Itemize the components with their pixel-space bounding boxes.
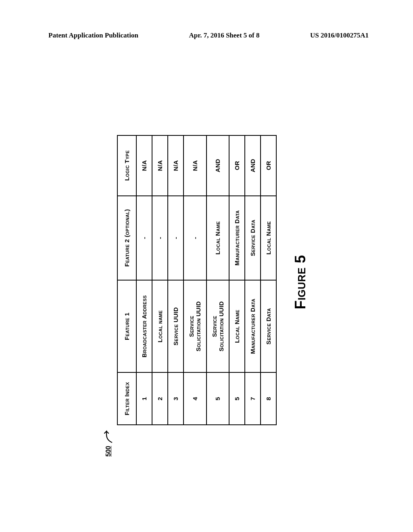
table-row: 4 Service Solicitation UUID - N/A (184, 135, 206, 425)
cell-index: 5 (229, 372, 245, 425)
table-row: 5 Service Solicitation UUID Local Name A… (206, 135, 229, 425)
reference-callout: 500 (104, 107, 113, 457)
table-row: 1 Broadcaster Address - N/A (136, 135, 152, 425)
cell-feature1: Local Name (229, 280, 245, 372)
cell-feature1: Service UUID (168, 280, 184, 372)
table-row: 8 Service Data Local Name OR (261, 135, 276, 425)
cell-index: 3 (168, 372, 184, 425)
reference-arrow-icon (104, 430, 113, 443)
cell-logic: AND (206, 135, 229, 196)
col-logic-type: Logic Type (117, 135, 136, 196)
cell-index: 5 (206, 372, 229, 425)
cell-logic: N/A (184, 135, 206, 196)
reference-number: 500 (105, 446, 112, 457)
table-row: 5 Local Name Manufacturer Data OR (229, 135, 245, 425)
cell-logic: N/A (152, 135, 168, 196)
cell-feature2: - (184, 196, 206, 280)
header-left-text: Patent Application Publication (48, 31, 138, 39)
cell-feature2: Local Name (261, 196, 276, 280)
table-row: 2 Local name - N/A (152, 135, 168, 425)
cell-feature1: Service Solicitation UUID (184, 280, 206, 372)
header-center-text: Apr. 7, 2016 Sheet 5 of 8 (189, 31, 259, 39)
header-right-text: US 2016/0100275A1 (310, 31, 369, 39)
cell-feature1: Broadcaster Address (136, 280, 152, 372)
cell-feature2: - (152, 196, 168, 280)
cell-feature2: Service Data (245, 196, 261, 280)
cell-feature1-line1: Service (188, 284, 195, 369)
cell-feature1: Service Data (261, 280, 276, 372)
cell-feature2: Local Name (206, 196, 229, 280)
cell-logic: N/A (168, 135, 184, 196)
cell-feature2: - (168, 196, 184, 280)
col-feature-1: Feature 1 (117, 280, 136, 372)
cell-feature2: - (136, 196, 152, 280)
cell-logic: AND (245, 135, 261, 196)
col-feature-2: Feature 2 (optional) (117, 196, 136, 280)
cell-logic: OR (261, 135, 276, 196)
cell-index: 2 (152, 372, 168, 425)
table-row: 3 Service UUID - N/A (168, 135, 184, 425)
filter-table: Filter Index Feature 1 Feature 2 (option… (117, 135, 277, 425)
table-row: 7 Manufacturer Data Service Data AND (245, 135, 261, 425)
cell-feature1-line2: Solicitation UUID (218, 284, 225, 369)
rotated-figure-container: 500 Filter Index Feature 1 Feature (104, 107, 309, 457)
cell-feature1-line2: Solicitation UUID (195, 284, 202, 369)
cell-logic: OR (229, 135, 245, 196)
cell-index: 4 (184, 372, 206, 425)
cell-feature1-line1: Service (211, 284, 218, 369)
cell-feature1: Manufacturer Data (245, 280, 261, 372)
cell-feature2: Manufacturer Data (229, 196, 245, 280)
cell-index: 7 (245, 372, 261, 425)
cell-feature1: Local name (152, 280, 168, 372)
table-header-row: Filter Index Feature 1 Feature 2 (option… (117, 135, 136, 425)
cell-index: 1 (136, 372, 152, 425)
col-filter-index: Filter Index (117, 372, 136, 425)
cell-index: 8 (261, 372, 276, 425)
cell-logic: N/A (136, 135, 152, 196)
figure-caption: Figure 5 (292, 107, 309, 457)
cell-feature1: Service Solicitation UUID (206, 280, 229, 372)
